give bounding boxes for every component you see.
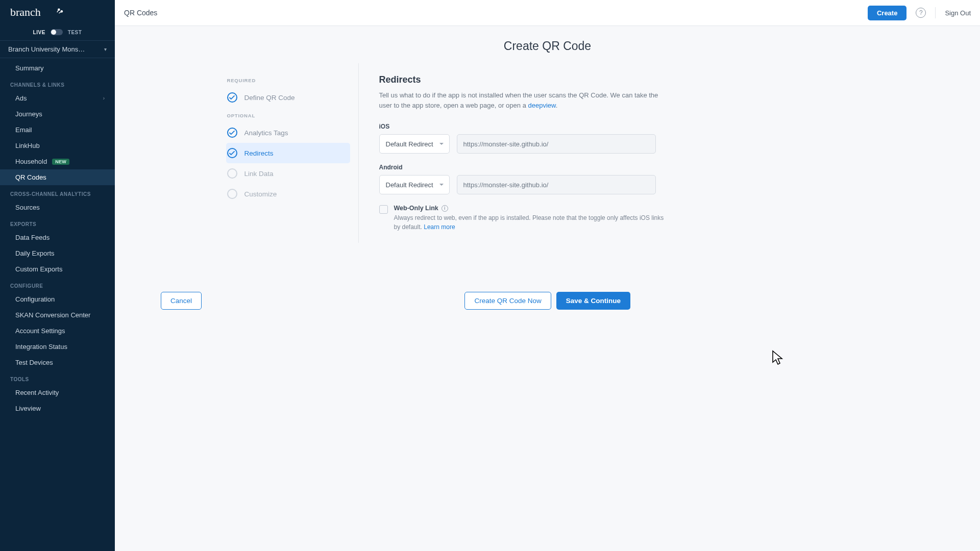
step-analytics[interactable]: Analytics Tags	[226, 122, 350, 143]
env-test-label: TEST	[68, 30, 82, 35]
help-icon[interactable]: ?	[916, 8, 926, 18]
topbar: QR Codes Create ? Sign Out	[115, 0, 980, 26]
create-button[interactable]: Create	[868, 6, 906, 20]
step-define[interactable]: Define QR Code	[226, 87, 350, 108]
step-redirects[interactable]: Redirects	[226, 143, 350, 163]
nav-daily-exports[interactable]: Daily Exports	[0, 245, 115, 261]
android-label: Android	[379, 164, 747, 171]
check-icon	[227, 148, 237, 158]
page-title: Create QR Code	[115, 26, 980, 63]
nav-account-settings[interactable]: Account Settings	[0, 323, 115, 339]
nav-custom-exports[interactable]: Custom Exports	[0, 261, 115, 277]
nav-integration-status[interactable]: Integration Status	[0, 339, 115, 355]
new-badge: NEW	[52, 159, 69, 165]
nav-configuration[interactable]: Configuration	[0, 291, 115, 307]
circle-icon	[227, 189, 237, 199]
nav-summary[interactable]: Summary	[0, 60, 115, 76]
steps-label-optional: OPTIONAL	[227, 113, 350, 118]
save-continue-button[interactable]: Save & Continue	[556, 292, 630, 310]
nav-section-tools: TOOLS	[0, 370, 115, 385]
ios-url-input[interactable]	[457, 134, 656, 154]
web-only-checkbox[interactable]	[379, 205, 388, 214]
svg-text:branch: branch	[10, 6, 41, 19]
ios-redirect-select[interactable]: Default Redirect	[379, 134, 450, 154]
org-name: Branch University Mons…	[8, 45, 85, 53]
android-redirect-select[interactable]: Default Redirect	[379, 175, 450, 194]
learn-more-link[interactable]: Learn more	[424, 223, 455, 231]
env-live-label: LIVE	[33, 30, 45, 35]
form-redirects: Redirects Tell us what to do if the app …	[359, 63, 767, 243]
chevron-right-icon: ›	[103, 95, 105, 101]
nav-linkhub[interactable]: LinkHub	[0, 138, 115, 154]
nav-household[interactable]: HouseholdNEW	[0, 154, 115, 169]
steps-label-required: REQUIRED	[227, 78, 350, 83]
info-icon[interactable]: i	[442, 205, 448, 212]
nav-recent-activity[interactable]: Recent Activity	[0, 385, 115, 400]
nav-ads[interactable]: Ads›	[0, 90, 115, 106]
nav-section-analytics: CROSS-CHANNEL ANALYTICS	[0, 185, 115, 199]
deepview-link[interactable]: deepview	[528, 102, 556, 109]
sidebar: branch LIVE TEST Branch University Mons……	[0, 0, 115, 551]
ios-label: iOS	[379, 123, 747, 130]
android-url-input[interactable]	[457, 175, 656, 194]
step-linkdata[interactable]: Link Data	[226, 163, 350, 184]
form-description: Tell us what to do if the app is not ins…	[379, 90, 660, 111]
check-icon	[227, 128, 237, 138]
step-customize[interactable]: Customize	[226, 184, 350, 204]
form-heading: Redirects	[379, 74, 747, 85]
nav-section-configure: CONFIGURE	[0, 277, 115, 291]
nav-qrcodes[interactable]: QR Codes	[0, 169, 115, 185]
nav-sources[interactable]: Sources	[0, 199, 115, 215]
nav-test-devices[interactable]: Test Devices	[0, 355, 115, 370]
divider	[935, 7, 936, 18]
wizard-steps: REQUIRED Define QR Code OPTIONAL Analyti…	[195, 63, 359, 243]
nav-section-exports: EXPORTS	[0, 215, 115, 230]
nav-section-channels: CHANNELS & LINKS	[0, 76, 115, 90]
cancel-button[interactable]: Cancel	[161, 292, 202, 310]
check-icon	[227, 92, 237, 103]
nav-skan[interactable]: SKAN Conversion Center	[0, 307, 115, 323]
web-only-description: Always redirect to web, even if the app …	[394, 213, 665, 232]
nav-email[interactable]: Email	[0, 122, 115, 138]
nav-liveview[interactable]: Liveview	[0, 400, 115, 416]
page-breadcrumb: QR Codes	[124, 9, 157, 17]
sign-out-link[interactable]: Sign Out	[945, 9, 971, 17]
button-row: Cancel Create QR Code Now Save & Continu…	[145, 292, 646, 330]
brand-logo[interactable]: branch	[0, 0, 115, 26]
org-selector[interactable]: Branch University Mons… ▾	[0, 40, 115, 58]
chevron-down-icon: ▾	[104, 46, 107, 52]
nav-journeys[interactable]: Journeys	[0, 106, 115, 122]
env-switch[interactable]	[51, 29, 63, 35]
circle-icon	[227, 168, 237, 179]
nav-datafeeds[interactable]: Data Feeds	[0, 230, 115, 245]
create-now-button[interactable]: Create QR Code Now	[464, 292, 551, 310]
web-only-title: Web-Only Link i	[394, 205, 665, 212]
env-toggle: LIVE TEST	[0, 26, 115, 40]
